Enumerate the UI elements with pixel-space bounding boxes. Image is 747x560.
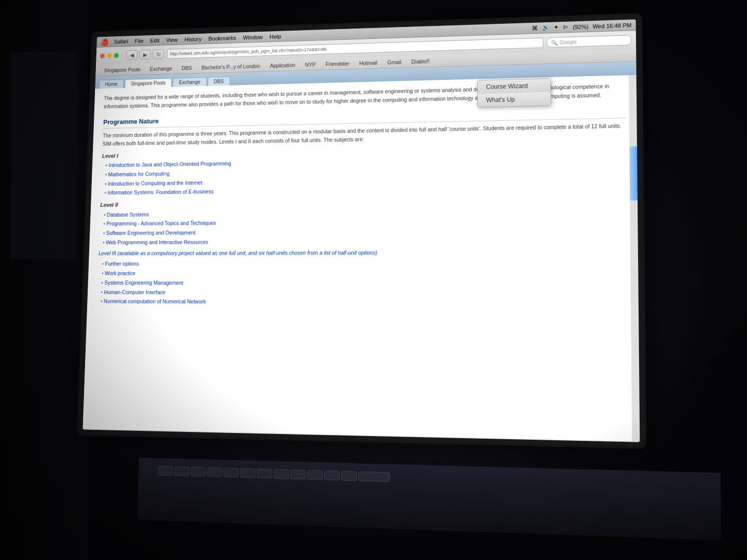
bookmark-friendster[interactable]: Friendster <box>321 59 354 68</box>
course-hci[interactable]: Human-Computer Interface <box>97 288 627 298</box>
bookmark-bachelors[interactable]: Bachelor's P...y of London <box>197 61 265 72</box>
key[interactable] <box>257 469 272 479</box>
address-text: http://www1.sim.edu.sg/sim/pub/pgm/sim_p… <box>170 47 326 56</box>
flag-icon: 🏳 <box>563 24 569 30</box>
menu-file[interactable]: File <box>135 38 144 44</box>
screen: 🍎 Safari File Edit View History Bookmark… <box>82 19 640 442</box>
menu-edit[interactable]: Edit <box>150 37 159 44</box>
key[interactable] <box>273 469 289 479</box>
key[interactable] <box>207 467 222 477</box>
reload-button[interactable]: ↻ <box>153 49 164 59</box>
search-label: Google <box>560 39 577 45</box>
furniture-silhouette <box>10 52 78 259</box>
forward-button[interactable]: ▶ <box>139 50 150 60</box>
course-systems-eng[interactable]: Systems Engineering Management <box>98 279 628 288</box>
key[interactable] <box>341 471 357 481</box>
course-programming-adv[interactable]: Programming - Advanced Topics and Techni… <box>100 217 627 228</box>
key[interactable] <box>324 470 340 480</box>
bookmark-hotmail[interactable]: Hotmail <box>354 58 382 67</box>
search-icon: 🔍 <box>551 39 557 45</box>
menu-history[interactable]: History <box>185 36 202 42</box>
laptop-container: 🍎 Safari File Edit View History Bookmark… <box>74 11 704 540</box>
battery-status: (92%) <box>573 23 588 30</box>
key[interactable] <box>174 466 189 476</box>
site-tab-home[interactable]: Home <box>99 79 124 89</box>
dropdown-menu: Course Wizard What's Up <box>477 78 551 108</box>
bookmark-exchange[interactable]: Exchange <box>145 64 177 74</box>
bookmark-gmail[interactable]: Gmail <box>382 57 407 67</box>
course-numerical[interactable]: Numerical computation of Numerical Netwo… <box>96 298 627 308</box>
key[interactable] <box>191 467 206 477</box>
course-software-eng[interactable]: Software Engineering and Development <box>99 227 627 237</box>
key-backspace[interactable] <box>358 471 390 482</box>
menu-view[interactable]: View <box>166 36 178 43</box>
bluetooth-icon: ✦ <box>554 24 559 31</box>
back-button[interactable]: ◀ <box>126 50 137 60</box>
keyboard-keys <box>138 458 721 500</box>
bookmark-diablo[interactable]: Diablo!! <box>406 56 435 66</box>
site-tab-exchange[interactable]: Exchange <box>173 77 207 87</box>
volume-icon: 🔊 <box>542 24 549 31</box>
key[interactable] <box>224 468 239 478</box>
course-web-prog[interactable]: Web Programming and Interactive Resource… <box>99 236 627 246</box>
wifi-icon: ⌘ <box>532 24 538 32</box>
course-work-practice[interactable]: Work practice <box>98 270 627 278</box>
key[interactable] <box>290 469 306 479</box>
bookmark-dbs[interactable]: DBS <box>177 63 197 73</box>
dropdown-course-wizard[interactable]: Course Wizard <box>478 79 550 94</box>
minimize-button[interactable] <box>107 53 112 59</box>
page-content: The degree is designed for a wide range … <box>82 75 640 441</box>
menu-help[interactable]: Help <box>270 33 282 39</box>
menubar-right: ⌘ 🔊 ✦ 🏳 (92%) Wed 16:48 PM <box>532 21 632 32</box>
key[interactable] <box>158 466 173 475</box>
nav-buttons: ◀ ▶ ↻ <box>126 49 164 60</box>
site-tab-dbs[interactable]: DBS <box>208 77 230 86</box>
bookmark-nyp[interactable]: NYP <box>300 60 321 69</box>
content-area: The degree is designed for a wide range … <box>82 75 640 441</box>
scrollbar-thumb[interactable] <box>629 146 638 201</box>
level3-note: Level III (available as a compulsory pro… <box>99 248 627 258</box>
menu-bookmarks[interactable]: Bookmarks <box>209 35 237 41</box>
key[interactable] <box>307 470 323 480</box>
search-bar[interactable]: 🔍 Google <box>546 35 632 48</box>
menu-window[interactable]: Window <box>243 34 263 40</box>
menu-safari[interactable]: Safari <box>114 38 129 45</box>
bookmark-singapore-pools[interactable]: Singapore Pools <box>100 65 146 75</box>
close-button[interactable] <box>100 53 105 59</box>
apple-menu[interactable]: 🍎 <box>101 38 109 46</box>
maximize-button[interactable] <box>114 53 119 58</box>
traffic-lights <box>100 53 119 58</box>
dropdown-whats-up[interactable]: What's Up <box>478 92 550 107</box>
bookmark-application[interactable]: Application <box>265 60 300 70</box>
screen-bezel: 🍎 Safari File Edit View History Bookmark… <box>77 13 647 449</box>
key[interactable] <box>240 468 256 478</box>
course-further-options[interactable]: Further options <box>98 260 627 268</box>
clock: Wed 16:48 PM <box>592 22 631 29</box>
